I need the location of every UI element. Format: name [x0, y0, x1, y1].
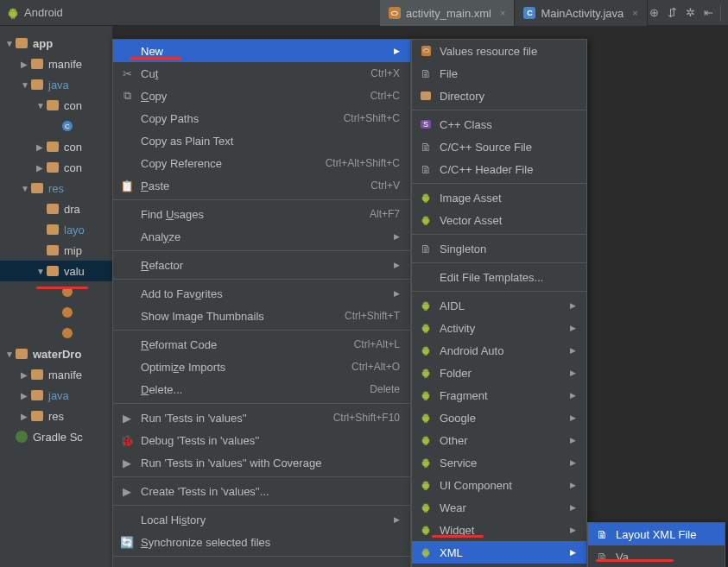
- expand-chevron-icon[interactable]: ▶: [36, 163, 45, 173]
- context-menu-item[interactable]: ▶Run 'Tests in 'values'' with Coverage: [113, 451, 410, 474]
- tree-row[interactable]: [0, 281, 112, 302]
- new-submenu-item[interactable]: Directory: [412, 85, 586, 107]
- tree-row[interactable]: C: [0, 116, 112, 136]
- new-submenu-item[interactable]: 🗎Singleton: [412, 237, 586, 260]
- context-menu-item[interactable]: ⧉CopyCtrl+C: [113, 85, 410, 107]
- menu-item-values-xml[interactable]: 🗎 Va: [588, 545, 725, 567]
- menu-item-layout-xml[interactable]: 🗎 Layout XML File: [588, 523, 725, 545]
- context-menu-item[interactable]: Delete...Delete: [113, 378, 410, 400]
- new-submenu-item[interactable]: Service▶: [412, 451, 586, 474]
- expand-chevron-icon[interactable]: ▶: [21, 370, 29, 380]
- context-menu-item[interactable]: Refactor▶: [113, 254, 410, 276]
- tree-row[interactable]: ▼res: [0, 178, 112, 198]
- expand-chevron-icon[interactable]: ▶: [21, 60, 29, 69]
- expand-chevron-icon[interactable]: ▼: [21, 80, 29, 90]
- expand-chevron-icon[interactable]: ▼: [21, 184, 29, 193]
- new-submenu-item[interactable]: Fragment▶: [412, 384, 586, 406]
- context-menu-item[interactable]: Show Image ThumbnailsCtrl+Shift+T: [113, 305, 410, 327]
- submenu-arrow-icon: ▶: [394, 515, 400, 524]
- context-menu-item[interactable]: Show in Explorer: [113, 559, 410, 567]
- tree-row[interactable]: mip: [0, 240, 112, 261]
- context-menu-item[interactable]: Local History▶: [113, 508, 410, 531]
- close-icon[interactable]: ×: [632, 8, 637, 18]
- gear-icon[interactable]: ✲: [686, 6, 695, 19]
- context-menu-item[interactable]: ▶Run 'Tests in 'values''Ctrl+Shift+F10: [113, 406, 410, 429]
- context-menu-item[interactable]: Reformat CodeCtrl+Alt+L: [113, 333, 410, 356]
- tab-label: activity_main.xml: [406, 7, 491, 20]
- tree-row[interactable]: ▶con: [0, 136, 112, 157]
- collapse-icon[interactable]: ⇵: [668, 6, 677, 19]
- tree-row[interactable]: ▶res: [0, 406, 112, 426]
- new-submenu-item[interactable]: 🗎Resource Bundle: [412, 564, 586, 567]
- context-menu-item[interactable]: 🐞Debug 'Tests in 'values'': [113, 429, 410, 451]
- new-submenu-item[interactable]: ⬭Values resource file: [412, 40, 586, 62]
- context-menu-item[interactable]: ▶Create 'Tests in 'values''...: [113, 480, 410, 502]
- context-menu-item[interactable]: 📋PasteCtrl+V: [113, 174, 410, 197]
- expand-chevron-icon[interactable]: ▼: [36, 101, 45, 110]
- hide-icon[interactable]: ⇤: [704, 6, 713, 19]
- tree-row[interactable]: [0, 323, 112, 343]
- expand-chevron-icon[interactable]: ▶: [21, 412, 29, 421]
- context-menu-item[interactable]: Find UsagesAlt+F7: [113, 203, 410, 225]
- new-submenu-item[interactable]: Wear▶: [412, 496, 586, 519]
- tree-row[interactable]: [0, 302, 112, 323]
- new-submenu-item[interactable]: UI Component▶: [412, 474, 586, 496]
- context-menu-item[interactable]: Analyze▶: [113, 225, 410, 248]
- expand-chevron-icon[interactable]: ▶: [21, 391, 29, 400]
- expand-chevron-icon[interactable]: ▶: [36, 142, 45, 152]
- tree-row[interactable]: ▼con: [0, 95, 112, 116]
- context-menu-item[interactable]: 🔄Synchronize selected files: [113, 531, 410, 553]
- tree-row[interactable]: layo: [0, 219, 112, 240]
- new-submenu-item[interactable]: Widget▶: [412, 519, 586, 541]
- context-menu-item[interactable]: Copy PathsCtrl+Shift+C: [113, 107, 410, 129]
- new-submenu-item[interactable]: XML▶: [412, 541, 586, 564]
- menu-label: C/C++ Header File: [440, 163, 576, 176]
- new-submenu-item[interactable]: Edit File Templates...: [412, 266, 586, 288]
- new-submenu-item[interactable]: Image Asset: [412, 186, 586, 209]
- tree-row[interactable]: ▶con: [0, 157, 112, 178]
- tree-row[interactable]: ▼app: [0, 33, 112, 54]
- target-icon[interactable]: ⊕: [649, 6, 659, 19]
- menu-label: UI Component: [440, 479, 563, 492]
- new-submenu-item[interactable]: Other▶: [412, 429, 586, 451]
- tab-main-activity[interactable]: C MainActivity.java ×: [515, 0, 647, 26]
- expand-chevron-icon[interactable]: ▼: [36, 267, 45, 276]
- new-submenu-item[interactable]: SC++ Class: [412, 113, 586, 135]
- tree-row[interactable]: ▼waterDro: [0, 343, 112, 364]
- tree-row[interactable]: ▶manife: [0, 364, 112, 385]
- menu-label: Fragment: [440, 389, 563, 402]
- new-submenu-item[interactable]: Vector Asset: [412, 209, 586, 231]
- tree-label: res: [48, 182, 64, 195]
- tree-row[interactable]: ▼java: [0, 74, 112, 95]
- menu-separator: [113, 250, 410, 251]
- expand-chevron-icon[interactable]: ▼: [5, 350, 14, 359]
- tree-row[interactable]: ▶manife: [0, 54, 112, 74]
- new-submenu-item[interactable]: 🗎File: [412, 62, 586, 85]
- new-submenu-item[interactable]: Activity▶: [412, 317, 586, 339]
- tab-activity-main[interactable]: ⬭ activity_main.xml ×: [380, 0, 515, 26]
- android-icon: [419, 434, 433, 446]
- new-submenu-item[interactable]: Folder▶: [412, 362, 586, 384]
- menu-label: C++ Class: [440, 118, 576, 131]
- context-menu-item[interactable]: Optimize ImportsCtrl+Alt+O: [113, 356, 410, 378]
- new-submenu-item[interactable]: AIDL▶: [412, 294, 586, 317]
- close-icon[interactable]: ×: [500, 8, 505, 18]
- context-menu-item[interactable]: Copy as Plain Text: [113, 129, 410, 152]
- tree-row[interactable]: dra: [0, 198, 112, 219]
- menu-shortcut: Alt+F7: [370, 208, 400, 220]
- project-tree[interactable]: ▼app▶manife▼java▼conC▶con▶con▼resdralayo…: [0, 26, 112, 567]
- expand-chevron-icon[interactable]: ▼: [5, 39, 14, 48]
- context-menu-item[interactable]: Copy ReferenceCtrl+Alt+Shift+C: [113, 152, 410, 174]
- context-menu-item[interactable]: Add to Favorites▶: [113, 282, 410, 305]
- submenu-arrow-icon: ▶: [570, 436, 576, 444]
- project-view-mode[interactable]: Android: [24, 6, 63, 19]
- tree-row[interactable]: ▶java: [0, 385, 112, 406]
- tree-row[interactable]: Gradle Sc: [0, 426, 112, 447]
- new-submenu-item[interactable]: Android Auto▶: [412, 339, 586, 362]
- tree-row[interactable]: ▼valu: [0, 261, 112, 281]
- new-submenu-item[interactable]: 🗎C/C++ Header File: [412, 158, 586, 180]
- new-submenu-item[interactable]: Google▶: [412, 406, 586, 429]
- context-menu-item[interactable]: New▶: [113, 40, 410, 62]
- new-submenu-item[interactable]: 🗎C/C++ Source File: [412, 135, 586, 158]
- context-menu-item[interactable]: ✂CutCtrl+X: [113, 62, 410, 85]
